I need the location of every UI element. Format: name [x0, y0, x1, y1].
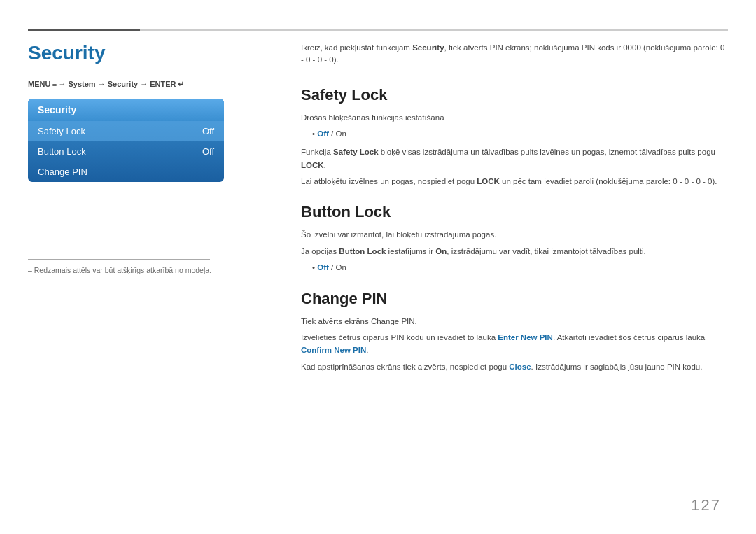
security-item-button-lock[interactable]: Button Lock Off: [28, 141, 224, 162]
intro-bold-security: Security: [412, 43, 444, 52]
button-lock-value: Off: [202, 146, 214, 157]
safety-lock-section-title: Safety Lock: [301, 86, 728, 104]
safety-lock-desc3: Lai atbloķētu izvēlnes un pogas, nospied…: [301, 175, 728, 188]
change-pin-section-title: Change PIN: [301, 290, 728, 308]
footnote-text: – Redzamais attēls var būt atšķirīgs atk…: [28, 266, 224, 274]
confirm-new-pin-bold: Confirm New PIN: [301, 346, 366, 354]
safety-lock-value: Off: [202, 126, 214, 136]
change-pin-desc2: Izvēlieties četrus ciparus PIN kodu un i…: [301, 331, 728, 357]
page-title: Security: [28, 42, 266, 64]
off-label: Off: [317, 129, 329, 138]
left-panel: Security MENU ≡ → System → Security → EN…: [28, 42, 266, 182]
button-lock-desc2: Ja opcijas Button Lock iestatījums ir On…: [301, 245, 728, 258]
button-lock-bold: Button Lock: [339, 247, 386, 255]
section-button-lock: Button Lock Šo izvēlni var izmantot, lai…: [301, 203, 728, 274]
safety-lock-label: Safety Lock: [38, 126, 85, 136]
right-panel: Ikreiz, kad piekļūstat funkcijām Securit…: [301, 42, 728, 388]
section-change-pin: Change PIN Tiek atvērts ekrāns Change PI…: [301, 290, 728, 374]
page-number: 127: [691, 496, 721, 514]
security-item-safety-lock[interactable]: Safety Lock Off: [28, 121, 224, 141]
top-rule-accent: [28, 29, 140, 31]
menu-path: MENU ≡ → System → Security → ENTER ↵: [28, 80, 266, 89]
left-divider: [28, 259, 210, 260]
lock-bold2: LOCK: [477, 177, 500, 185]
safety-lock-bold: Safety Lock: [333, 148, 379, 156]
lock-bold: LOCK: [301, 161, 324, 169]
safety-lock-bullet: Off / On: [312, 127, 728, 140]
safety-lock-desc2: Funkcija Safety Lock bloķē visas izstrād…: [301, 146, 728, 171]
button-lock-desc1: Šo izvēlni var izmantot, lai bloķētu izs…: [301, 228, 728, 241]
button-lock-label: Button Lock: [38, 146, 86, 157]
menu-path-text: MENU ≡ → System → Security → ENTER ↵: [28, 80, 184, 88]
button-lock-bullet: Off / On: [312, 261, 728, 274]
on-bold: On: [435, 247, 447, 255]
button-lock-section-title: Button Lock: [301, 203, 728, 221]
close-bold: Close: [509, 363, 531, 371]
security-menu-box: Security Safety Lock Off Button Lock Off…: [28, 99, 224, 182]
security-box-title: Security: [28, 99, 224, 121]
on-label2: On: [335, 263, 346, 272]
safety-lock-desc1: Drošas bloķēšanas funkcijas iestatīšana: [301, 111, 728, 124]
security-item-change-pin[interactable]: Change PIN: [28, 162, 224, 182]
change-pin-label: Change PIN: [38, 167, 88, 177]
enter-new-pin-bold: Enter New PIN: [498, 333, 553, 342]
section-safety-lock: Safety Lock Drošas bloķēšanas funkcijas …: [301, 86, 728, 188]
on-label: On: [335, 129, 346, 138]
change-pin-desc1: Tiek atvērts ekrāns Change PIN.: [301, 315, 728, 328]
change-pin-desc3: Kad apstiprīnāšanas ekrāns tiek aizvērts…: [301, 360, 728, 373]
intro-text: Ikreiz, kad piekļūstat funkcijām Securit…: [301, 42, 728, 66]
off-label2: Off: [317, 263, 329, 272]
